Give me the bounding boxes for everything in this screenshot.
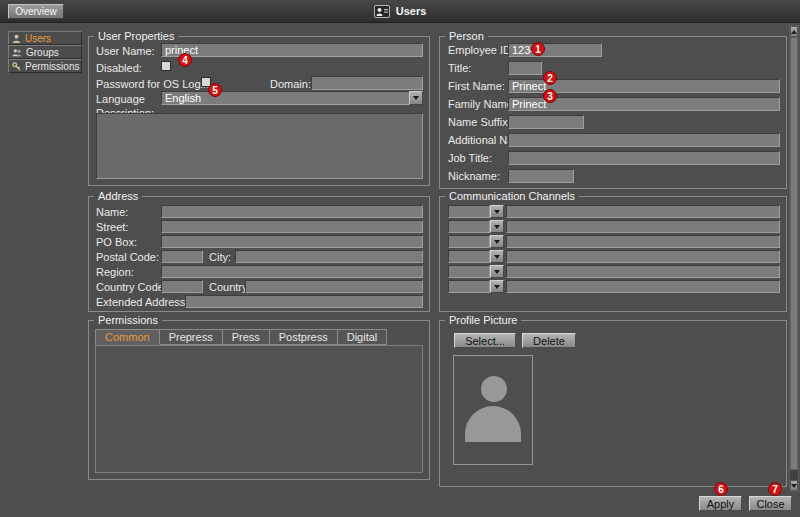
address-name-input[interactable] <box>161 205 423 218</box>
sidebar-item-label: Groups <box>26 47 59 58</box>
family-name-label: Family Name: <box>448 98 516 111</box>
user-name-input[interactable]: prinect <box>161 43 423 57</box>
name-suffix-input[interactable] <box>508 115 584 129</box>
postal-code-input[interactable] <box>161 250 203 263</box>
communication-channels-panel: Communication Channels <box>439 196 787 312</box>
country-input[interactable] <box>245 280 423 293</box>
delete-picture-button[interactable]: Delete <box>522 333 576 348</box>
job-title-input[interactable] <box>508 151 780 165</box>
region-input[interactable] <box>161 265 423 278</box>
select-picture-button[interactable]: Select... <box>454 333 516 348</box>
annotation-badge-1: 1 <box>531 42 545 56</box>
channel-dropdown-arrow-icon[interactable] <box>490 280 504 293</box>
tab-prepress[interactable]: Prepress <box>160 329 223 345</box>
country-code-label: Country Code: <box>96 281 167 294</box>
channel-value-input[interactable] <box>506 250 780 263</box>
channel-type-select[interactable] <box>448 205 490 218</box>
po-box-label: PO Box: <box>96 236 137 249</box>
postal-code-label: Postal Code: <box>96 251 159 264</box>
channel-type-select[interactable] <box>448 220 490 233</box>
language-select[interactable]: English <box>161 91 423 105</box>
city-label: City: <box>209 251 231 264</box>
user-properties-panel: User Properties User Name: prinect Disab… <box>88 36 430 186</box>
user-icon <box>12 34 21 43</box>
channel-type-select[interactable] <box>448 250 490 263</box>
arrow-down-icon <box>791 484 797 488</box>
tab-postpress[interactable]: Postpress <box>270 329 338 345</box>
employee-id-label: Employee ID <box>448 44 511 57</box>
city-input[interactable] <box>235 250 423 263</box>
disabled-checkbox[interactable] <box>161 61 171 71</box>
channel-type-select[interactable] <box>448 265 490 278</box>
apply-button[interactable]: Apply <box>699 496 742 511</box>
channel-value-input[interactable] <box>506 280 780 293</box>
sidebar-item-groups[interactable]: Groups <box>8 45 82 59</box>
description-textarea[interactable] <box>96 113 423 179</box>
silhouette-head <box>481 376 507 402</box>
profile-picture-placeholder <box>453 355 533 465</box>
extended-address-input[interactable] <box>185 295 423 308</box>
user-name-label: User Name: <box>96 45 155 58</box>
additional-name-input[interactable] <box>508 133 780 147</box>
channel-dropdown-arrow-icon[interactable] <box>490 220 504 233</box>
scroll-down-button[interactable] <box>790 480 798 491</box>
sidebar-item-label: Users <box>25 33 51 44</box>
tab-press[interactable]: Press <box>223 329 270 345</box>
sidebar-item-users[interactable]: Users <box>8 31 82 45</box>
annotation-badge-7: 7 <box>768 482 782 496</box>
language-label: Language <box>96 93 145 106</box>
close-button[interactable]: Close <box>749 496 792 511</box>
nickname-label: Nickname: <box>448 170 500 183</box>
panel-legend: Person <box>445 29 488 43</box>
sidebar-item-label: Permissions <box>25 61 79 72</box>
permissions-tabbar: Common Prepress Press Postpress Digital <box>95 329 387 345</box>
profile-picture-panel: Profile Picture Select... Delete <box>439 320 787 487</box>
employee-id-input[interactable]: 1234 <box>508 43 602 57</box>
nickname-input[interactable] <box>508 169 574 183</box>
annotation-badge-3: 3 <box>543 89 557 103</box>
annotation-badge-4: 4 <box>178 53 192 67</box>
annotation-badge-2: 2 <box>543 71 557 85</box>
channel-value-input[interactable] <box>506 205 780 218</box>
region-label: Region: <box>96 266 134 279</box>
silhouette-body <box>465 406 521 442</box>
overview-button[interactable]: Overview <box>8 4 64 19</box>
channel-dropdown-arrow-icon[interactable] <box>490 250 504 263</box>
job-title-label: Job Title: <box>448 152 492 165</box>
panel-legend: User Properties <box>94 29 178 43</box>
sidebar-item-permissions[interactable]: Permissions <box>8 59 82 73</box>
channel-dropdown-arrow-icon[interactable] <box>490 265 504 278</box>
language-dropdown-arrow-icon[interactable] <box>409 91 423 105</box>
channel-type-select[interactable] <box>448 280 490 293</box>
tab-digital[interactable]: Digital <box>338 329 388 345</box>
address-panel: Address Name: Street: PO Box: Postal Cod… <box>88 196 430 312</box>
channel-type-select[interactable] <box>448 235 490 248</box>
street-label: Street: <box>96 221 128 234</box>
annotation-badge-6: 6 <box>714 482 728 496</box>
name-suffix-label: Name Suffix: <box>448 116 511 129</box>
vertical-scrollbar[interactable] <box>789 25 799 492</box>
domain-input[interactable] <box>311 76 423 90</box>
channel-value-input[interactable] <box>506 265 780 278</box>
address-name-label: Name: <box>96 206 128 219</box>
title-input[interactable] <box>508 61 542 75</box>
channel-dropdown-arrow-icon[interactable] <box>490 205 504 218</box>
users-title-icon <box>374 5 390 18</box>
first-name-label: First Name: <box>448 80 505 93</box>
street-input[interactable] <box>161 220 423 233</box>
extended-address-label: Extended Address: <box>96 296 188 309</box>
domain-label: Domain: <box>270 78 311 91</box>
panel-legend: Profile Picture <box>445 313 521 327</box>
scroll-up-button[interactable] <box>790 26 798 37</box>
channel-value-input[interactable] <box>506 235 780 248</box>
country-code-input[interactable] <box>161 280 203 293</box>
tab-common[interactable]: Common <box>95 329 160 345</box>
permissions-tab-content <box>95 345 423 473</box>
person-panel: Person Employee ID 1234 Title: First Nam… <box>439 36 787 189</box>
page-title: Users <box>396 5 427 17</box>
channel-value-input[interactable] <box>506 220 780 233</box>
channel-dropdown-arrow-icon[interactable] <box>490 235 504 248</box>
panel-legend: Permissions <box>94 313 162 327</box>
po-box-input[interactable] <box>161 235 423 248</box>
scrollbar-thumb[interactable] <box>790 37 798 470</box>
